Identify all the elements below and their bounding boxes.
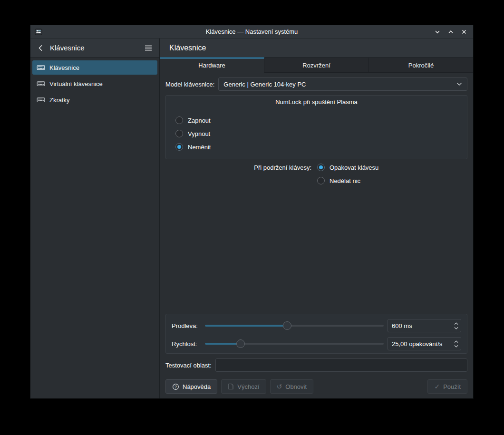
tab-pokrocile[interactable]: Pokročilé: [369, 58, 473, 73]
radio-nedelat-nic[interactable]: [317, 177, 325, 184]
tab-panel-hardware: Model klávesnice: Generic | Generic 104-…: [160, 73, 473, 398]
reset-button-label: Obnovit: [285, 383, 307, 390]
rate-spinbox[interactable]: 25,00 opakování/s: [388, 337, 461, 350]
keyboard-icon: [37, 63, 45, 72]
window-title: Klávesnice — Nastavení systému: [30, 28, 473, 35]
tabbar: Hardware Rozvržení Pokročilé: [160, 58, 473, 73]
radio-row-zapnout[interactable]: Zapnout: [175, 116, 457, 124]
help-button-label: Nápověda: [183, 383, 211, 390]
keyboard-model-combobox[interactable]: Generic | Generic 104-key PC: [218, 77, 467, 91]
radio-row-nemenit[interactable]: Neměnit: [175, 143, 457, 151]
test-area-input[interactable]: [215, 358, 467, 372]
hamburger-menu-icon[interactable]: [142, 42, 155, 54]
keyboard-icon: [37, 79, 45, 88]
spin-up-icon[interactable]: [454, 340, 458, 343]
rate-row: Rychlost: 25,00 opakování/s: [172, 337, 461, 350]
sidebar-item-klavesnice[interactable]: Klávesnice: [32, 60, 157, 75]
spin-down-icon[interactable]: [454, 345, 458, 348]
radio-label: Nedělat nic: [330, 177, 360, 184]
sidebar-header: Klávesnice: [30, 39, 159, 58]
slider-handle[interactable]: [236, 339, 245, 348]
content-header: Klávesnice: [160, 39, 473, 58]
radio-label: Neměnit: [188, 144, 211, 151]
chevron-down-icon: [456, 82, 462, 86]
radio-row-vypnout[interactable]: Vypnout: [175, 130, 457, 137]
help-icon: ?: [172, 383, 179, 390]
model-row: Model klávesnice: Generic | Generic 104-…: [165, 77, 467, 91]
delay-row: Prodleva: 600 ms: [172, 319, 461, 332]
content: Klávesnice Hardware Rozvržení Pokročilé …: [160, 39, 473, 398]
checkmark-icon: ✓: [434, 383, 440, 390]
slider-fill: [205, 343, 241, 345]
page-title: Klávesnice: [169, 44, 206, 52]
sidebar-item-label: Zkratky: [49, 97, 70, 104]
numlock-options: Zapnout Vypnout Neměnit: [175, 116, 457, 151]
sidebar-title: Klávesnice: [50, 44, 85, 52]
sidebar: Klávesnice Klávesnice Virtuální klávesni…: [30, 39, 160, 398]
sidebar-item-label: Virtuální klávesnice: [49, 80, 103, 87]
maximize-icon[interactable]: [445, 26, 456, 38]
radio-row-nedelat-nic[interactable]: Nedělat nic: [317, 177, 467, 184]
test-area-row: Testovací oblast:: [165, 358, 467, 372]
apply-button[interactable]: ✓ Použít: [427, 379, 467, 394]
defaults-button-label: Výchozí: [237, 383, 259, 390]
spin-arrows: [451, 338, 461, 350]
window-more-icon[interactable]: [432, 26, 443, 38]
combobox-value: Generic | Generic 104-key PC: [223, 81, 306, 88]
footer-buttons: ? Nápověda Výchozí ↺ Obnovit: [165, 379, 467, 394]
test-area-label: Testovací oblast:: [165, 362, 212, 369]
numlock-group-title: NumLock při spuštění Plasma: [175, 98, 457, 106]
close-icon[interactable]: [458, 26, 470, 38]
rate-slider[interactable]: [205, 337, 384, 350]
repeat-settings-groupbox: Prodleva: 600 ms: [165, 314, 467, 354]
desktop: { "window": { "title": "Klávesnice — Nas…: [0, 0, 504, 435]
spinbox-value: 600 ms: [388, 319, 451, 332]
defaults-button[interactable]: Výchozí: [221, 379, 266, 394]
spin-down-icon[interactable]: [454, 327, 458, 329]
sidebar-item-virtualni-klavesnice[interactable]: Virtuální klávesnice: [32, 77, 157, 91]
tab-hardware[interactable]: Hardware: [160, 58, 264, 73]
spinbox-value: 25,00 opakování/s: [388, 338, 451, 350]
spin-arrows: [451, 319, 461, 332]
rate-label: Rychlost:: [172, 340, 201, 348]
radio-opakovat-klavesu[interactable]: [317, 164, 325, 171]
model-label: Model klávesnice:: [165, 81, 214, 88]
slider-track: [205, 325, 384, 327]
hold-key-label: Při podržení klávesy:: [165, 164, 311, 171]
help-button[interactable]: ? Nápověda: [165, 379, 217, 394]
sidebar-list: Klávesnice Virtuální klávesnice Zkratky: [30, 58, 159, 108]
radio-label: Opakovat klávesu: [330, 164, 378, 171]
spacer: [165, 184, 467, 314]
radio-label: Vypnout: [188, 130, 210, 137]
svg-text:?: ?: [174, 384, 177, 389]
tab-rozvrzeni[interactable]: Rozvržení: [264, 58, 369, 73]
slider-handle[interactable]: [283, 321, 291, 330]
window-body: Klávesnice Klávesnice Virtuální klávesni…: [30, 39, 473, 398]
apply-button-label: Použít: [443, 383, 461, 390]
window-controls: [432, 26, 473, 38]
spin-up-icon[interactable]: [454, 322, 458, 325]
sidebar-item-label: Klávesnice: [49, 64, 79, 71]
document-revert-icon: [228, 383, 234, 390]
delay-spinbox[interactable]: 600 ms: [388, 319, 461, 332]
delay-label: Prodleva:: [172, 322, 201, 329]
undo-icon: ↺: [277, 383, 282, 390]
sidebar-item-zkratky[interactable]: Zkratky: [32, 93, 157, 107]
radio-label: Zapnout: [188, 117, 211, 124]
app-icon: [35, 28, 42, 36]
radio-row-opakovat[interactable]: Opakovat klávesu: [317, 164, 467, 171]
radio-zapnout[interactable]: [175, 116, 183, 124]
keyboard-icon: [37, 96, 45, 104]
numlock-groupbox: NumLock při spuštění Plasma Zapnout Vypn…: [165, 95, 467, 159]
settings-window: Klávesnice — Nastavení systému Klávesnic…: [30, 25, 473, 398]
slider-fill: [205, 325, 287, 327]
hold-key-section: Při podržení klávesy: Opakovat klávesu N…: [165, 164, 467, 184]
reset-button[interactable]: ↺ Obnovit: [270, 379, 314, 394]
slider-track: [205, 343, 384, 345]
radio-nemenit[interactable]: [175, 143, 183, 151]
radio-vypnout[interactable]: [175, 130, 183, 137]
delay-slider[interactable]: [205, 319, 384, 332]
titlebar: Klávesnice — Nastavení systému: [30, 25, 473, 39]
back-icon[interactable]: [36, 43, 46, 53]
